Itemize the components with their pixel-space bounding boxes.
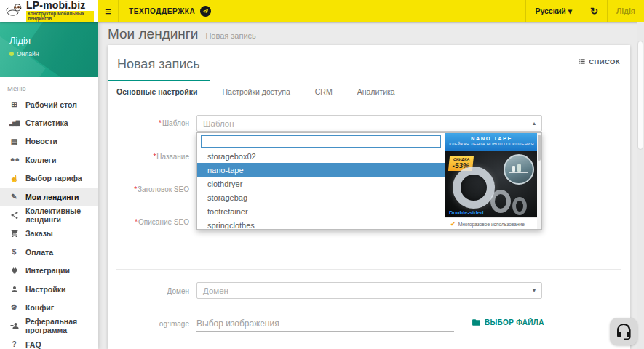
sidebar-item-statistics[interactable]: ▂▅▇ Статистика <box>0 113 98 132</box>
form-section-divider <box>116 269 621 270</box>
tape-roll-small <box>512 197 527 215</box>
option-storagebox02[interactable]: storagebox02 <box>197 149 445 163</box>
sidebar-item-config[interactable]: ⚙ Конфиг <box>0 298 98 316</box>
news-icon: ▤ <box>9 137 20 145</box>
sidebar-item-my-landings[interactable]: ✎ Мои лендинги <box>0 188 98 206</box>
option-storagebag[interactable]: storagebag <box>197 190 445 204</box>
seo-description-field-label: *Описание SEO <box>108 218 189 226</box>
tab-crm[interactable]: CRM <box>303 80 345 103</box>
headset-icon <box>615 323 632 340</box>
domain-field-label: Домен <box>108 287 189 295</box>
preview-subtitle: КЛЕЙКАЯ ЛЕНТА НОВОГО ПОКОЛЕНИЯ <box>445 142 538 146</box>
sidebar-item-dashboard[interactable]: ⊞ Рабочий стол <box>0 95 98 113</box>
option-footretainer[interactable]: footretainer <box>197 204 445 218</box>
breadcrumb: Новая запись <box>205 31 255 40</box>
sidebar-item-payment[interactable]: $ Оплата <box>0 243 98 261</box>
sidebar: Лідія Онлайн Меню ⊞ Рабочий стол ▂▅▇ Ста… <box>0 22 98 349</box>
dropdown-scrollbar <box>537 133 541 230</box>
list-button[interactable]: СПИСОК <box>578 57 620 65</box>
seo-title-field-label: *Заголовок SEO <box>108 185 189 193</box>
sidebar-item-news[interactable]: ▤ Новости <box>0 132 98 151</box>
online-status-label: Онлайн <box>17 50 39 57</box>
tab-bar: Основные настройки Настройки доступа CRM… <box>108 80 630 103</box>
users-icon: ☻☻ <box>9 156 20 163</box>
user-plus-icon <box>9 321 20 330</box>
domain-select-placeholder: Домен <box>203 286 533 295</box>
sidebar-item-tariff[interactable]: ☝ Выбор тарифа <box>0 169 98 188</box>
og-image-field-label: og:image <box>108 320 189 328</box>
question-icon: ? <box>9 340 20 348</box>
tape-roll-medium <box>490 190 511 213</box>
og-image-input[interactable]: Выбор изображения <box>196 316 454 332</box>
text-cursor <box>204 137 204 145</box>
preview-caption: Double-sided <box>449 209 484 216</box>
page-scrollbar <box>637 22 644 349</box>
preview-feature-row: ✔ Многоразовое использование <box>445 217 538 230</box>
name-field-label: *Название <box>108 153 189 161</box>
bar-chart-icon: ▂▅▇ <box>9 120 20 126</box>
page-title: Мои лендинги <box>108 26 198 42</box>
support-chat-widget[interactable] <box>610 318 637 345</box>
support-label: ТЕХПОДДЕРЖКА <box>129 7 195 15</box>
template-dropdown-panel: storagebox02 nano-tape clothdryer storag… <box>196 132 542 230</box>
template-select[interactable]: Шаблон ▴ <box>196 115 542 132</box>
language-label: Русский <box>535 7 565 15</box>
template-select-placeholder: Шаблон <box>203 119 533 128</box>
check-icon: ✔ <box>450 221 456 228</box>
tab-main-settings[interactable]: Основные настройки <box>108 80 210 103</box>
user-icon <box>9 285 20 294</box>
sidebar-menu: ⊞ Рабочий стол ▂▅▇ Статистика ▤ Новости … <box>0 95 98 349</box>
template-field-label: *Шаблон <box>108 119 189 127</box>
app-window: LP-mobi.biz Конструктор мобильных лендин… <box>0 0 644 349</box>
online-status-dot <box>9 52 14 56</box>
dollar-icon: $ <box>9 248 20 256</box>
option-clothdryer[interactable]: clothdryer <box>197 177 445 190</box>
folder-icon <box>472 318 481 327</box>
sidebar-item-referral[interactable]: Реферальная программа <box>0 317 98 335</box>
option-springclothes[interactable]: springclothes <box>197 218 445 230</box>
new-record-card: Новая запись СПИСОК Основные настройки Н… <box>108 45 630 349</box>
preview-product-image: СКИДКА -53% Double-sided <box>445 151 538 217</box>
cart-icon <box>9 229 20 238</box>
card-title: Новая запись <box>117 57 200 72</box>
choose-file-button[interactable]: ВЫБОР ФАЙЛА <box>472 318 544 327</box>
tab-analytics[interactable]: Аналитика <box>345 80 408 103</box>
page-header: Мои лендинги Новая запись <box>108 26 256 42</box>
edit-icon: ✎ <box>9 193 20 201</box>
sidebar-item-colleagues[interactable]: ☻☻ Коллеги <box>0 151 98 169</box>
template-options-list: storagebox02 nano-tape clothdryer storag… <box>197 149 445 230</box>
sidebar-item-orders[interactable]: Заказы <box>0 225 98 243</box>
hamburger-menu-icon[interactable]: ≡ <box>98 0 119 22</box>
og-image-placeholder: Выбор изображения <box>196 318 279 329</box>
template-search-input[interactable] <box>201 135 441 148</box>
support-button[interactable]: ТЕХПОДДЕРЖКА <box>119 0 221 22</box>
brand-subtitle: Конструктор мобильных лендингов <box>26 11 94 22</box>
topbar: LP-mobi.biz Конструктор мобильных лендин… <box>0 0 644 22</box>
preview-title: NANO TAPE <box>445 135 538 142</box>
caret-down-icon: ▾ <box>533 287 536 294</box>
sidebar-item-faq[interactable]: ? FAQ <box>0 335 98 349</box>
sidebar-item-integrations[interactable]: Интеграции <box>0 262 98 280</box>
domain-select[interactable]: Домен ▾ <box>196 282 542 299</box>
tab-access-settings[interactable]: Настройки доступа <box>210 80 302 103</box>
page-scrollbar-thumb[interactable] <box>637 41 643 150</box>
option-nano-tape-selected[interactable]: nano-tape <box>197 163 445 177</box>
dropdown-scrollbar-thumb[interactable] <box>538 135 541 161</box>
share-icon <box>9 211 20 220</box>
language-selector[interactable]: Русский ▾ <box>525 0 581 22</box>
sidebar-item-settings[interactable]: Настройки <box>0 280 98 298</box>
list-icon <box>578 57 586 65</box>
template-preview-thumbnail: NANO TAPE КЛЕЙКАЯ ЛЕНТА НОВОГО ПОКОЛЕНИЯ… <box>445 133 538 230</box>
user-menu[interactable]: Лідія <box>607 0 644 22</box>
profile-name: Лідія <box>9 35 98 46</box>
preview-feature-text: Многоразовое использование <box>458 222 525 227</box>
refresh-button[interactable]: ↻ <box>581 0 607 22</box>
tape-roll-large <box>453 167 495 209</box>
telegram-icon <box>200 6 211 17</box>
caret-up-icon: ▴ <box>533 120 536 127</box>
brand-logo[interactable]: LP-mobi.biz Конструктор мобильных лендин… <box>0 0 98 22</box>
dashboard-icon: ⊞ <box>9 100 20 108</box>
preview-inset-photo <box>504 154 534 185</box>
user-profile-panel: Лідія Онлайн <box>0 22 98 77</box>
sidebar-item-collective-landings[interactable]: Коллективные лендинги <box>0 206 98 224</box>
